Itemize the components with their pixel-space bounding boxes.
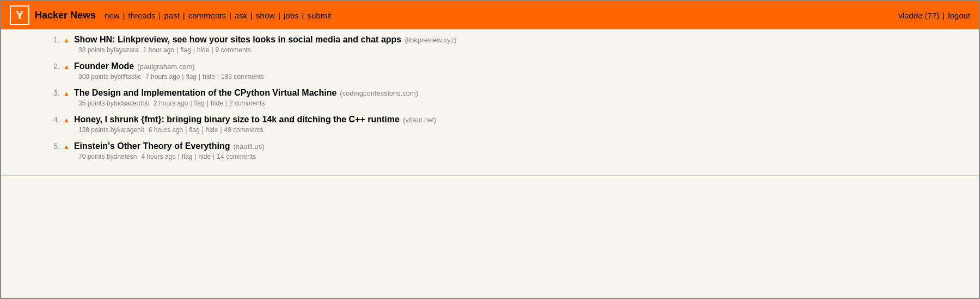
story-time[interactable]: 7 hours ago bbox=[145, 73, 180, 80]
nav-item-show[interactable]: show bbox=[256, 11, 275, 20]
story-title-link[interactable]: Show HN: Linkpreview, see how your sites… bbox=[74, 35, 401, 45]
nav-sep: | bbox=[123, 11, 125, 20]
logout-link[interactable]: logout bbox=[948, 11, 970, 20]
story-title-link[interactable]: Einstein's Other Theory of Everything bbox=[74, 141, 230, 151]
story-flag[interactable]: flag bbox=[189, 126, 199, 134]
story-domain: (codingconfessions.com) bbox=[340, 89, 418, 97]
header: Y Hacker News new | threads | past | com… bbox=[1, 1, 979, 29]
nav-item-new[interactable]: new bbox=[105, 11, 120, 20]
logo-box[interactable]: Y bbox=[10, 5, 29, 25]
story-domain: (vitaut.net) bbox=[403, 116, 436, 124]
story-hide[interactable]: hide bbox=[211, 99, 223, 107]
meta-pipe2: | bbox=[202, 126, 204, 134]
story-item: 3.▲The Design and Implementation of the … bbox=[45, 88, 979, 107]
story-flag[interactable]: flag bbox=[180, 46, 191, 54]
story-domain: (linkpreview.xyz) bbox=[405, 36, 456, 44]
story-title-link[interactable]: The Design and Implementation of the CPy… bbox=[74, 88, 336, 98]
meta-pipe3: | bbox=[225, 99, 227, 107]
story-list: 1.▲Show HN: Linkpreview, see how your si… bbox=[1, 29, 979, 173]
story-author[interactable]: dnetesn bbox=[114, 153, 137, 160]
nav-item-submit[interactable]: submit bbox=[307, 11, 331, 20]
story-time[interactable]: 2 hours ago bbox=[154, 99, 188, 107]
story-title-row: 3.▲The Design and Implementation of the … bbox=[45, 88, 979, 98]
meta-pipe: | bbox=[190, 99, 192, 107]
story-meta: 138 points by karagenit 6 hours ago | fl… bbox=[78, 126, 979, 134]
upvote-arrow[interactable]: ▲ bbox=[63, 90, 70, 97]
story-domain: (paulgraham.com) bbox=[137, 63, 195, 71]
story-hide[interactable]: hide bbox=[203, 73, 215, 80]
story-comments[interactable]: 9 comments bbox=[216, 46, 251, 54]
logo-y: Y bbox=[16, 9, 24, 21]
story-title-row: 1.▲Show HN: Linkpreview, see how your si… bbox=[45, 35, 979, 45]
meta-pipe: | bbox=[182, 73, 184, 80]
story-points: 35 points by bbox=[78, 99, 114, 107]
meta-pipe2: | bbox=[207, 99, 209, 107]
story-title-link[interactable]: Honey, I shrunk {fmt}: bringing binary s… bbox=[74, 115, 400, 124]
story-comments[interactable]: 183 comments bbox=[221, 73, 264, 80]
meta-pipe: | bbox=[176, 46, 178, 54]
story-number: 1. bbox=[45, 35, 60, 44]
meta-pipe3: | bbox=[213, 153, 215, 160]
nav-item-threads[interactable]: threads bbox=[128, 11, 156, 20]
nav-sep: | bbox=[159, 11, 161, 20]
story-hide[interactable]: hide bbox=[198, 153, 211, 160]
story-flag[interactable]: flag bbox=[182, 153, 192, 160]
story-item: 2.▲Founder Mode (paulgraham.com)300 poin… bbox=[45, 61, 979, 80]
main-nav: new | threads | past | comments | ask | … bbox=[105, 11, 898, 20]
meta-pipe: | bbox=[185, 126, 187, 134]
story-meta: 70 points by dnetesn 4 hours ago | flag … bbox=[78, 153, 979, 160]
story-title-link[interactable]: Founder Mode bbox=[74, 61, 134, 71]
nav-sep: | bbox=[183, 11, 185, 20]
story-hide[interactable]: hide bbox=[197, 46, 210, 54]
story-title-row: 2.▲Founder Mode (paulgraham.com) bbox=[45, 61, 979, 71]
upvote-arrow[interactable]: ▲ bbox=[63, 36, 70, 44]
story-flag[interactable]: flag bbox=[186, 73, 197, 80]
story-time[interactable]: 6 hours ago bbox=[149, 126, 183, 134]
story-points: 300 points by bbox=[78, 73, 117, 80]
story-points: 70 points by bbox=[78, 153, 114, 160]
nav-sep: | bbox=[229, 11, 231, 20]
story-hide[interactable]: hide bbox=[206, 126, 218, 134]
story-item: 4.▲Honey, I shrunk {fmt}: bringing binar… bbox=[45, 115, 979, 134]
meta-pipe2: | bbox=[193, 46, 195, 54]
story-number: 3. bbox=[45, 89, 60, 97]
meta-pipe3: | bbox=[211, 46, 213, 54]
story-author[interactable]: todsacerdoti bbox=[114, 99, 149, 107]
nav-item-past[interactable]: past bbox=[164, 11, 179, 20]
upvote-arrow[interactable]: ▲ bbox=[63, 116, 70, 124]
meta-pipe: | bbox=[178, 153, 180, 160]
story-number: 2. bbox=[45, 62, 60, 71]
story-comments[interactable]: 2 comments bbox=[229, 99, 265, 107]
story-flag[interactable]: flag bbox=[194, 99, 205, 107]
nav-sep: | bbox=[278, 11, 280, 20]
story-time[interactable]: 4 hours ago bbox=[141, 153, 175, 160]
story-points: 138 points by bbox=[78, 126, 117, 134]
nav-item-comments[interactable]: comments bbox=[188, 11, 226, 20]
story-time[interactable]: 1 hour ago bbox=[143, 46, 174, 54]
story-comments[interactable]: 49 comments bbox=[224, 126, 264, 134]
story-title-row: 4.▲Honey, I shrunk {fmt}: bringing binar… bbox=[45, 115, 979, 124]
nav-item-ask[interactable]: ask bbox=[235, 11, 247, 20]
meta-pipe3: | bbox=[220, 126, 222, 134]
story-item: 5.▲Einstein's Other Theory of Everything… bbox=[45, 141, 979, 160]
story-number: 4. bbox=[45, 115, 60, 124]
story-author[interactable]: karagenit bbox=[117, 126, 144, 134]
user-section: vladde (77) | logout bbox=[898, 11, 970, 20]
meta-pipe3: | bbox=[217, 73, 219, 80]
nav-sep: | bbox=[302, 11, 304, 20]
upvote-arrow[interactable]: ▲ bbox=[63, 63, 70, 71]
story-domain: (nautil.us) bbox=[233, 142, 264, 151]
story-author[interactable]: bifftastic bbox=[117, 73, 141, 80]
story-number: 5. bbox=[45, 142, 60, 151]
story-item: 1.▲Show HN: Linkpreview, see how your si… bbox=[45, 35, 979, 54]
upvote-arrow[interactable]: ▲ bbox=[63, 143, 70, 151]
story-comments[interactable]: 14 comments bbox=[217, 153, 256, 160]
story-points: 33 points by bbox=[78, 46, 114, 54]
user-link[interactable]: vladde (77) bbox=[898, 11, 939, 20]
story-meta: 33 points by fayazara 1 hour ago | flag … bbox=[78, 46, 979, 54]
meta-pipe2: | bbox=[199, 73, 200, 80]
site-title: Hacker News bbox=[35, 10, 96, 21]
story-author[interactable]: fayazara bbox=[114, 46, 139, 54]
story-title-row: 5.▲Einstein's Other Theory of Everything… bbox=[45, 141, 979, 151]
nav-item-jobs[interactable]: jobs bbox=[284, 11, 299, 20]
